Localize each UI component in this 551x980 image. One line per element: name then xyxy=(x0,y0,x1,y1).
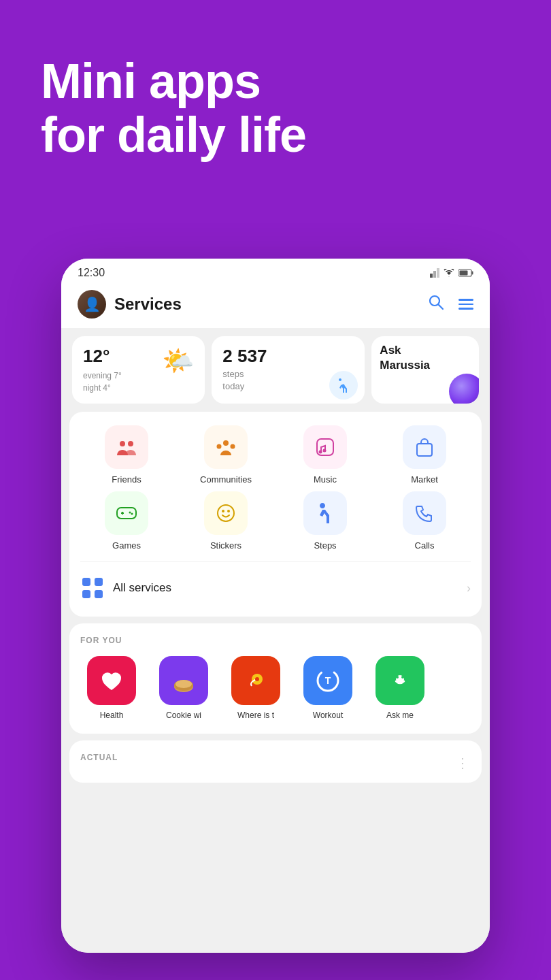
communities-label: Communities xyxy=(200,474,252,485)
apps-row: Health Cookie wi xyxy=(80,656,471,720)
svg-rect-5 xyxy=(460,271,468,276)
music-icon xyxy=(303,425,347,469)
svg-point-22 xyxy=(218,505,234,521)
app-header: 👤 Services xyxy=(61,283,490,328)
communities-icon xyxy=(204,425,248,469)
wifi-icon xyxy=(444,269,454,277)
weather-info: 12° evening 7° night 4° xyxy=(83,346,122,394)
cookie-label: Cookie wi xyxy=(152,710,215,720)
services-divider xyxy=(80,561,471,562)
steps-icon xyxy=(329,371,358,399)
svg-rect-16 xyxy=(417,444,432,456)
service-item-music[interactable]: Music xyxy=(279,425,371,485)
signal-icon xyxy=(430,268,439,278)
music-label: Music xyxy=(314,474,337,485)
svg-point-37 xyxy=(396,676,399,679)
market-label: Market xyxy=(411,474,438,485)
actual-header: ACTUAL ⋮ xyxy=(80,753,471,773)
stickers-icon xyxy=(204,491,248,535)
status-time: 12:30 xyxy=(78,267,105,279)
weather-widget[interactable]: 12° evening 7° night 4° 🌤️ xyxy=(72,336,205,404)
all-services-icon xyxy=(80,576,105,600)
friends-label: Friends xyxy=(112,474,141,485)
content-area[interactable]: 12° evening 7° night 4° 🌤️ 2 537 steps t… xyxy=(61,328,490,953)
weather-icon: 🌤️ xyxy=(162,346,194,376)
app-title: Services xyxy=(114,295,419,314)
whereis-icon xyxy=(231,656,280,705)
widget-row: 12° evening 7° night 4° 🌤️ 2 537 steps t… xyxy=(61,328,490,412)
for-you-label: FOR YOU xyxy=(80,636,471,645)
svg-point-8 xyxy=(120,441,125,446)
weather-sub: evening 7° night 4° xyxy=(83,370,122,394)
all-services-label: All services xyxy=(113,581,458,595)
services-grid: Friends Communities xyxy=(80,425,471,551)
svg-point-9 xyxy=(128,441,133,446)
steps-number: 2 537 xyxy=(222,346,354,367)
svg-marker-0 xyxy=(430,274,433,278)
app-item-health[interactable]: Health xyxy=(80,656,143,720)
stickers-label: Stickers xyxy=(210,540,241,551)
svg-rect-17 xyxy=(117,508,136,519)
svg-point-20 xyxy=(129,512,131,514)
steps-widget[interactable]: 2 537 steps today xyxy=(212,336,365,404)
service-item-communities[interactable]: Communities xyxy=(180,425,272,485)
services-section: Friends Communities xyxy=(69,412,482,617)
service-item-calls[interactable]: Calls xyxy=(378,491,471,551)
phone-frame: 12:30 xyxy=(61,259,490,953)
friends-icon xyxy=(105,425,148,469)
three-dots-icon[interactable]: ⋮ xyxy=(456,755,471,771)
games-icon xyxy=(105,491,148,535)
health-icon xyxy=(87,656,136,705)
app-item-cookie[interactable]: Cookie wi xyxy=(152,656,215,720)
app-item-workout[interactable]: T Workout xyxy=(297,656,359,720)
svg-marker-2 xyxy=(437,268,439,278)
askme-icon xyxy=(375,656,424,705)
svg-point-33 xyxy=(255,677,259,681)
all-services-chevron: › xyxy=(467,581,471,595)
svg-rect-4 xyxy=(472,272,473,275)
service-item-steps[interactable]: Steps xyxy=(279,491,371,551)
app-item-whereis[interactable]: Where is t xyxy=(224,656,287,720)
svg-point-23 xyxy=(222,510,224,512)
weather-temp: 12° xyxy=(83,346,122,367)
svg-text:T: T xyxy=(325,675,331,686)
svg-point-31 xyxy=(176,680,192,688)
service-item-games[interactable]: Games xyxy=(80,491,173,551)
health-label: Health xyxy=(80,710,143,720)
whereis-label: Where is t xyxy=(224,710,287,720)
header-actions xyxy=(427,293,473,316)
svg-rect-25 xyxy=(82,578,90,586)
app-item-askme[interactable]: Ask me xyxy=(369,656,431,720)
market-icon xyxy=(403,425,446,469)
marussia-orb xyxy=(449,374,479,404)
svg-marker-1 xyxy=(433,271,436,278)
all-services-row[interactable]: All services › xyxy=(80,573,471,603)
games-label: Games xyxy=(112,540,141,551)
ask-marussia-text: Ask Marussia xyxy=(380,343,471,373)
status-bar: 12:30 xyxy=(61,259,490,283)
svg-point-14 xyxy=(319,451,322,454)
workout-label: Workout xyxy=(297,710,359,720)
service-item-stickers[interactable]: Stickers xyxy=(180,491,272,551)
svg-point-10 xyxy=(223,440,229,446)
svg-rect-27 xyxy=(82,590,90,598)
avatar[interactable]: 👤 xyxy=(78,290,106,318)
askme-label: Ask me xyxy=(369,710,431,720)
status-icons xyxy=(430,268,473,278)
cookie-icon xyxy=(159,656,208,705)
battery-icon xyxy=(458,269,473,277)
menu-button[interactable] xyxy=(458,299,473,310)
svg-point-38 xyxy=(401,676,404,679)
service-item-friends[interactable]: Friends xyxy=(80,425,173,485)
ask-marussia-widget[interactable]: Ask Marussia xyxy=(371,336,479,404)
svg-rect-28 xyxy=(95,590,103,598)
actual-section: ACTUAL ⋮ xyxy=(69,740,482,783)
hero-text: Mini apps for daily life xyxy=(41,54,306,162)
for-you-section: FOR YOU Health xyxy=(69,623,482,734)
hero-line1: Mini apps xyxy=(41,54,306,108)
service-item-market[interactable]: Market xyxy=(378,425,471,485)
search-button[interactable] xyxy=(427,293,445,316)
svg-line-7 xyxy=(439,304,444,309)
svg-point-21 xyxy=(131,513,133,515)
steps-label: Steps xyxy=(314,540,336,551)
